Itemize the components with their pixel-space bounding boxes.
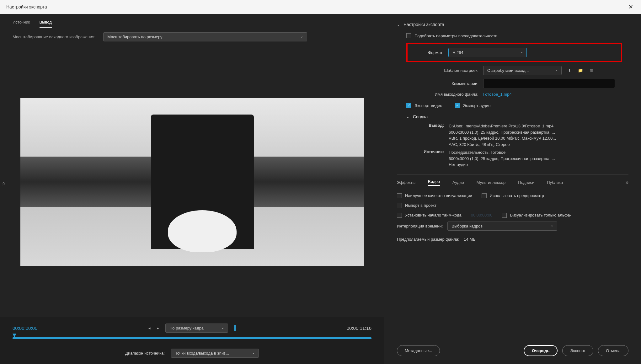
timecode-start[interactable]: 00:00:00:00 [13, 325, 37, 331]
format-row: Формат: H.264 [412, 48, 616, 57]
summary-output-row: Вывод: C:\User...ments\Adobe\Premiere Pr… [406, 123, 628, 147]
window-title: Настройки экспорта [6, 4, 47, 9]
filesize-label: Предполагаемый размер файла: [397, 237, 459, 242]
summary-source-row: Источник: Последовательность, Готовое 60… [406, 149, 628, 168]
summary-source-label: Источник: [406, 149, 444, 168]
filesize-row: Предполагаемый размер файла: 14 МБ [397, 237, 628, 242]
set-tc-checkbox[interactable] [397, 213, 402, 218]
summary-source-text: Последовательность, Готовое 6000x3000 (1… [449, 149, 628, 168]
format-highlight: Формат: H.264 [406, 43, 622, 62]
export-audio-checkbox[interactable]: ✓ [455, 103, 460, 108]
subtab-audio[interactable]: Аудио [452, 180, 464, 185]
comments-row: Комментарии: [406, 79, 628, 88]
export-settings-section: ⌄ Настройки экспорта Подобрать параметры… [384, 14, 641, 340]
timeline-top-row: 00:00:00:00 ◂ ▸ По размеру кадра 00:00:1… [13, 324, 371, 333]
quality-row: Наилучшее качество визуализации Использо… [397, 193, 628, 198]
alpha-only-row[interactable]: Визуализировать только альфа- [502, 213, 571, 218]
subtab-captions[interactable]: Подписи [518, 180, 534, 185]
scale-label: Масштабирование исходного изображения: [13, 35, 95, 39]
right-panel: ⌄ Настройки экспорта Подобрать параметры… [384, 14, 641, 364]
match-sequence-row[interactable]: Подобрать параметры последовательности [406, 33, 628, 38]
range-row: Диапазон источника: Точки входа/выхода в… [13, 344, 371, 358]
side-timestamp: ;0 [2, 182, 5, 186]
comments-input[interactable] [483, 79, 615, 88]
format-label: Формат: [412, 50, 444, 55]
time-interp-row: Интерполяция времени: Выборка кадров [397, 222, 628, 231]
format-dropdown[interactable]: H.264 [448, 48, 527, 57]
timeline-area: 00:00:00:00 ◂ ▸ По размеру кадра 00:00:1… [0, 317, 384, 364]
sub-tabs: Эффекты Видео Аудио Мультиплексор Подпис… [397, 174, 628, 190]
best-quality-checkbox[interactable] [397, 193, 402, 198]
export-audio-row[interactable]: ✓ Экспорт аудио [455, 103, 491, 108]
preset-row: Шаблон настроек: С атрибутами исход... ⬇… [406, 66, 628, 75]
export-settings-window: Настройки экспорта ✕ Источник Вывод Масш… [0, 0, 641, 364]
scale-row: Масштабирование исходного изображения: М… [0, 28, 384, 46]
timeline-controls: ◂ ▸ По размеру кадра [148, 324, 236, 333]
summary-section: ⌄ Сводка Вывод: C:\User...ments\Adobe\Pr… [406, 114, 628, 168]
left-panel: Источник Вывод Масштабирование исходного… [0, 14, 384, 364]
tab-source[interactable]: Источник [13, 17, 30, 28]
import-project-checkbox[interactable] [397, 203, 402, 208]
summary-output-text: C:\User...ments\Adobe\Premiere Pro\13.0\… [449, 123, 628, 147]
export-video-row[interactable]: ✓ Экспорт видео [406, 103, 442, 108]
alpha-only-checkbox[interactable] [502, 213, 507, 218]
preset-dropdown[interactable]: С атрибутами исход... [483, 66, 562, 75]
preview-tabs: Источник Вывод [0, 14, 384, 28]
export-checks: ✓ Экспорт видео ✓ Экспорт аудио [406, 103, 628, 108]
filesize-value: 14 МБ [464, 237, 475, 242]
best-quality-row[interactable]: Наилучшее качество визуализации [397, 193, 472, 198]
save-preset-icon[interactable]: ⬇ [566, 67, 573, 74]
metadata-button[interactable]: Метаданные... [397, 345, 440, 356]
range-dropdown[interactable]: Точки входа/выхода в эпиз... [171, 349, 259, 358]
output-name-link[interactable]: Готовое_1.mp4 [483, 92, 512, 97]
range-label: Диапазон источника: [125, 351, 165, 356]
tc-value: 00:00:00:00 [471, 213, 493, 217]
chevron-down-icon: ⌄ [406, 115, 409, 119]
match-sequence-checkbox[interactable] [406, 33, 411, 38]
subtab-effects[interactable]: Эффекты [397, 180, 415, 185]
preset-icons: ⬇ 📁 🗑 [566, 67, 595, 74]
next-frame-icon[interactable]: ▸ [157, 326, 159, 330]
preview-area: ;0 [0, 46, 384, 317]
comments-label: Комментарии: [406, 81, 478, 86]
use-preview-checkbox[interactable] [482, 193, 487, 198]
delete-preset-icon[interactable]: 🗑 [588, 67, 595, 74]
summary-header[interactable]: ⌄ Сводка [406, 114, 628, 119]
fit-dropdown[interactable]: По размеру кадра [165, 324, 228, 333]
timeline-scrubber[interactable] [13, 337, 371, 339]
tab-output[interactable]: Вывод [40, 17, 52, 28]
import-project-row[interactable]: Импорт в проект [397, 203, 628, 208]
output-name-label: Имя выходного файла: [406, 92, 478, 97]
crop-icon[interactable] [234, 326, 236, 330]
scroll-right-icon[interactable]: » [626, 179, 628, 185]
preset-label: Шаблон настроек: [406, 68, 478, 73]
scale-dropdown[interactable]: Масштабировать по размеру [103, 32, 307, 41]
use-preview-row[interactable]: Использовать предпросмотр [482, 193, 544, 198]
subtab-multiplexer[interactable]: Мультиплексор [477, 180, 506, 185]
preview-image [20, 98, 364, 266]
cancel-button[interactable]: Отмена [598, 345, 628, 356]
output-name-row: Имя выходного файла: Готовое_1.mp4 [406, 92, 628, 97]
timecode-end: 00:00:11:16 [347, 325, 371, 331]
chevron-down-icon: ⌄ [397, 23, 400, 27]
summary-output-label: Вывод: [406, 123, 444, 147]
export-settings-header[interactable]: ⌄ Настройки экспорта [397, 22, 628, 27]
subtab-publish[interactable]: Публика [547, 180, 563, 185]
set-tc-row[interactable]: Установить начало тайм-кода [397, 213, 462, 218]
main-area: Источник Вывод Масштабирование исходного… [0, 14, 641, 364]
export-video-checkbox[interactable]: ✓ [406, 103, 411, 108]
time-interp-dropdown[interactable]: Выборка кадров [447, 222, 557, 231]
subtab-video[interactable]: Видео [428, 179, 440, 186]
buttons-row: Метаданные... Очередь Экспорт Отмена [384, 340, 641, 364]
import-preset-icon[interactable]: 📁 [577, 67, 584, 74]
export-button[interactable]: Экспорт [562, 345, 593, 356]
tc-row: Установить начало тайм-кода 00:00:00:00 … [397, 213, 628, 218]
titlebar: Настройки экспорта ✕ [0, 0, 641, 14]
close-icon[interactable]: ✕ [627, 2, 635, 12]
prev-frame-icon[interactable]: ◂ [148, 326, 151, 330]
queue-button[interactable]: Очередь [524, 345, 558, 356]
time-interp-label: Интерполяция времени: [397, 224, 443, 228]
